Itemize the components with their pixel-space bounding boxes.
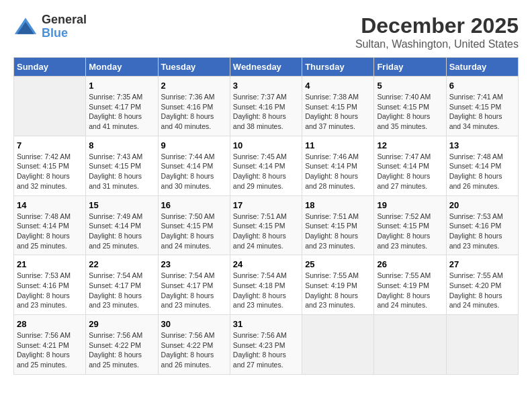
day-info: Sunrise: 7:36 AM Sunset: 4:16 PM Dayligh… bbox=[161, 92, 227, 132]
calendar-cell: 28Sunrise: 7:56 AM Sunset: 4:21 PM Dayli… bbox=[14, 315, 86, 375]
day-info: Sunrise: 7:53 AM Sunset: 4:16 PM Dayligh… bbox=[17, 271, 83, 310]
day-info: Sunrise: 7:52 AM Sunset: 4:15 PM Dayligh… bbox=[377, 212, 443, 251]
day-number: 10 bbox=[233, 140, 299, 150]
day-number: 4 bbox=[305, 81, 371, 91]
page-title: December 2025 bbox=[355, 13, 519, 38]
day-number: 3 bbox=[233, 81, 299, 91]
logo-blue-text: Blue bbox=[42, 27, 87, 40]
calendar-week-row: 14Sunrise: 7:48 AM Sunset: 4:14 PM Dayli… bbox=[14, 195, 519, 255]
day-number: 1 bbox=[89, 81, 154, 91]
day-number: 17 bbox=[233, 200, 299, 210]
calendar-cell bbox=[374, 315, 446, 375]
logo: General Blue bbox=[13, 13, 87, 40]
day-info: Sunrise: 7:42 AM Sunset: 4:15 PM Dayligh… bbox=[17, 152, 83, 191]
day-info: Sunrise: 7:49 AM Sunset: 4:14 PM Dayligh… bbox=[89, 212, 154, 251]
calendar-cell: 26Sunrise: 7:55 AM Sunset: 4:19 PM Dayli… bbox=[374, 255, 446, 315]
day-number: 2 bbox=[161, 81, 227, 91]
calendar-cell: 18Sunrise: 7:51 AM Sunset: 4:15 PM Dayli… bbox=[302, 195, 374, 255]
day-info: Sunrise: 7:43 AM Sunset: 4:15 PM Dayligh… bbox=[89, 152, 154, 191]
day-info: Sunrise: 7:37 AM Sunset: 4:16 PM Dayligh… bbox=[233, 92, 299, 132]
col-header-tuesday: Tuesday bbox=[158, 58, 230, 77]
col-header-thursday: Thursday bbox=[302, 58, 374, 77]
calendar-cell: 12Sunrise: 7:47 AM Sunset: 4:14 PM Dayli… bbox=[374, 136, 446, 195]
day-info: Sunrise: 7:55 AM Sunset: 4:19 PM Dayligh… bbox=[377, 271, 443, 310]
calendar-cell: 23Sunrise: 7:54 AM Sunset: 4:17 PM Dayli… bbox=[158, 255, 230, 315]
calendar-cell: 21Sunrise: 7:53 AM Sunset: 4:16 PM Dayli… bbox=[14, 255, 86, 315]
day-number: 25 bbox=[305, 259, 371, 269]
day-number: 26 bbox=[377, 259, 443, 269]
calendar-cell: 4Sunrise: 7:38 AM Sunset: 4:15 PM Daylig… bbox=[302, 77, 374, 136]
day-number: 24 bbox=[233, 259, 299, 269]
day-info: Sunrise: 7:56 AM Sunset: 4:22 PM Dayligh… bbox=[161, 330, 227, 370]
page-header: General Blue December 2025 Sultan, Washi… bbox=[13, 13, 519, 50]
calendar-cell: 9Sunrise: 7:44 AM Sunset: 4:14 PM Daylig… bbox=[158, 136, 230, 195]
calendar-cell: 25Sunrise: 7:55 AM Sunset: 4:19 PM Dayli… bbox=[302, 255, 374, 315]
calendar-cell: 1Sunrise: 7:35 AM Sunset: 4:17 PM Daylig… bbox=[86, 77, 158, 136]
calendar-cell: 5Sunrise: 7:40 AM Sunset: 4:15 PM Daylig… bbox=[374, 77, 446, 136]
day-number: 16 bbox=[161, 200, 227, 210]
calendar-cell: 16Sunrise: 7:50 AM Sunset: 4:15 PM Dayli… bbox=[158, 195, 230, 255]
day-number: 5 bbox=[377, 81, 443, 91]
day-info: Sunrise: 7:53 AM Sunset: 4:16 PM Dayligh… bbox=[449, 212, 515, 251]
day-number: 22 bbox=[89, 259, 154, 269]
calendar-cell: 7Sunrise: 7:42 AM Sunset: 4:15 PM Daylig… bbox=[14, 136, 86, 195]
calendar-cell: 3Sunrise: 7:37 AM Sunset: 4:16 PM Daylig… bbox=[230, 77, 302, 136]
day-info: Sunrise: 7:48 AM Sunset: 4:14 PM Dayligh… bbox=[17, 212, 83, 251]
calendar-cell: 8Sunrise: 7:43 AM Sunset: 4:15 PM Daylig… bbox=[86, 136, 158, 195]
calendar-header-row: SundayMondayTuesdayWednesdayThursdayFrid… bbox=[14, 58, 519, 77]
day-number: 20 bbox=[449, 200, 515, 210]
day-number: 15 bbox=[89, 200, 154, 210]
day-number: 14 bbox=[17, 200, 83, 210]
calendar-cell: 15Sunrise: 7:49 AM Sunset: 4:14 PM Dayli… bbox=[86, 195, 158, 255]
day-info: Sunrise: 7:56 AM Sunset: 4:22 PM Dayligh… bbox=[89, 330, 154, 370]
calendar-cell: 31Sunrise: 7:56 AM Sunset: 4:23 PM Dayli… bbox=[230, 315, 302, 375]
calendar-cell: 17Sunrise: 7:51 AM Sunset: 4:15 PM Dayli… bbox=[230, 195, 302, 255]
calendar-cell: 2Sunrise: 7:36 AM Sunset: 4:16 PM Daylig… bbox=[158, 77, 230, 136]
day-info: Sunrise: 7:50 AM Sunset: 4:15 PM Dayligh… bbox=[161, 212, 227, 251]
day-number: 18 bbox=[305, 200, 371, 210]
day-number: 9 bbox=[161, 140, 227, 150]
day-number: 6 bbox=[449, 81, 515, 91]
col-header-saturday: Saturday bbox=[446, 58, 518, 77]
calendar-cell: 19Sunrise: 7:52 AM Sunset: 4:15 PM Dayli… bbox=[374, 195, 446, 255]
day-info: Sunrise: 7:46 AM Sunset: 4:14 PM Dayligh… bbox=[305, 152, 371, 191]
day-number: 27 bbox=[449, 259, 515, 269]
col-header-monday: Monday bbox=[86, 58, 158, 77]
day-info: Sunrise: 7:51 AM Sunset: 4:15 PM Dayligh… bbox=[305, 212, 371, 251]
day-number: 30 bbox=[161, 319, 227, 329]
calendar-cell bbox=[14, 77, 86, 136]
day-info: Sunrise: 7:35 AM Sunset: 4:17 PM Dayligh… bbox=[89, 92, 154, 132]
day-info: Sunrise: 7:45 AM Sunset: 4:14 PM Dayligh… bbox=[233, 152, 299, 191]
day-info: Sunrise: 7:54 AM Sunset: 4:17 PM Dayligh… bbox=[89, 271, 154, 310]
calendar-cell: 10Sunrise: 7:45 AM Sunset: 4:14 PM Dayli… bbox=[230, 136, 302, 195]
calendar-cell: 6Sunrise: 7:41 AM Sunset: 4:15 PM Daylig… bbox=[446, 77, 518, 136]
day-info: Sunrise: 7:55 AM Sunset: 4:19 PM Dayligh… bbox=[305, 271, 371, 310]
day-info: Sunrise: 7:48 AM Sunset: 4:14 PM Dayligh… bbox=[449, 152, 515, 191]
calendar-week-row: 21Sunrise: 7:53 AM Sunset: 4:16 PM Dayli… bbox=[14, 255, 519, 315]
day-number: 29 bbox=[89, 319, 154, 329]
calendar-cell: 13Sunrise: 7:48 AM Sunset: 4:14 PM Dayli… bbox=[446, 136, 518, 195]
page-subtitle: Sultan, Washington, United States bbox=[355, 38, 519, 50]
col-header-sunday: Sunday bbox=[14, 58, 86, 77]
day-number: 28 bbox=[17, 319, 83, 329]
day-info: Sunrise: 7:54 AM Sunset: 4:18 PM Dayligh… bbox=[233, 271, 299, 310]
calendar-week-row: 1Sunrise: 7:35 AM Sunset: 4:17 PM Daylig… bbox=[14, 77, 519, 136]
day-number: 19 bbox=[377, 200, 443, 210]
day-info: Sunrise: 7:56 AM Sunset: 4:21 PM Dayligh… bbox=[17, 330, 83, 370]
day-number: 11 bbox=[305, 140, 371, 150]
calendar-cell: 11Sunrise: 7:46 AM Sunset: 4:14 PM Dayli… bbox=[302, 136, 374, 195]
calendar-week-row: 28Sunrise: 7:56 AM Sunset: 4:21 PM Dayli… bbox=[14, 315, 519, 375]
day-info: Sunrise: 7:51 AM Sunset: 4:15 PM Dayligh… bbox=[233, 212, 299, 251]
calendar-table: SundayMondayTuesdayWednesdayThursdayFrid… bbox=[13, 57, 519, 375]
title-area: December 2025 Sultan, Washington, United… bbox=[355, 13, 519, 50]
day-number: 23 bbox=[161, 259, 227, 269]
calendar-cell: 22Sunrise: 7:54 AM Sunset: 4:17 PM Dayli… bbox=[86, 255, 158, 315]
day-info: Sunrise: 7:38 AM Sunset: 4:15 PM Dayligh… bbox=[305, 92, 371, 132]
day-number: 7 bbox=[17, 140, 83, 150]
day-info: Sunrise: 7:56 AM Sunset: 4:23 PM Dayligh… bbox=[233, 330, 299, 370]
day-info: Sunrise: 7:55 AM Sunset: 4:20 PM Dayligh… bbox=[449, 271, 515, 310]
logo-general-text: General bbox=[42, 13, 87, 27]
day-number: 12 bbox=[377, 140, 443, 150]
day-number: 21 bbox=[17, 259, 83, 269]
calendar-cell: 20Sunrise: 7:53 AM Sunset: 4:16 PM Dayli… bbox=[446, 195, 518, 255]
